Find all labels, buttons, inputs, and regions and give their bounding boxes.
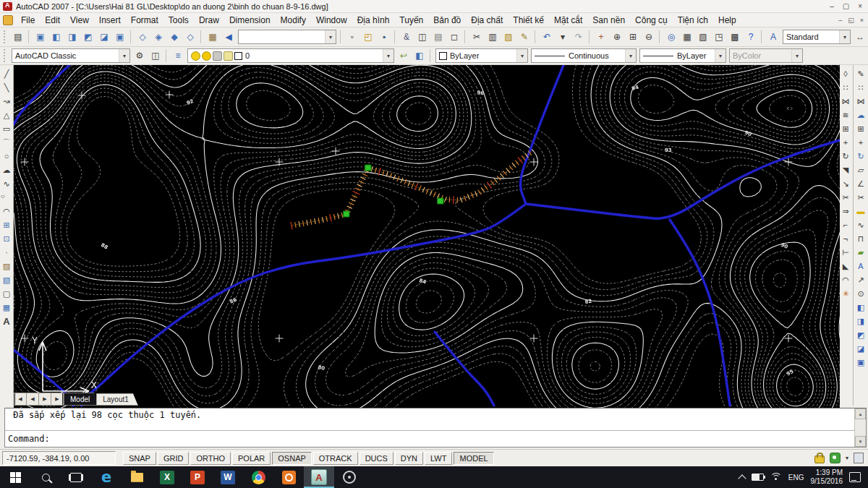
- tab-first-button[interactable]: ◀: [14, 393, 26, 406]
- taskbar-word-button[interactable]: W: [213, 466, 243, 488]
- chevron-down-icon[interactable]: ▾: [325, 30, 336, 43]
- taskbar-search-button[interactable]: [30, 466, 61, 488]
- new-from-template-icon[interactable]: ▤: [10, 30, 26, 44]
- toggle-ducs[interactable]: DUCS: [359, 452, 393, 465]
- chamfer-icon[interactable]: ◣: [840, 260, 852, 273]
- workspace-combo[interactable]: AutoCAD Classic▾: [12, 48, 130, 63]
- box3d-slice-icon[interactable]: ▣: [112, 30, 128, 44]
- mirror-object-icon[interactable]: ⋈: [855, 95, 867, 108]
- taskbar-orange-app-button[interactable]: [273, 466, 304, 488]
- linetype-combo[interactable]: Continuous▾: [531, 48, 637, 63]
- offset-icon[interactable]: ≋: [840, 108, 852, 121]
- line-icon[interactable]: ╱: [1, 67, 13, 80]
- toggle-ortho[interactable]: ORTHO: [190, 452, 231, 465]
- communication-center-icon[interactable]: [830, 453, 841, 463]
- workspace-settings-icon[interactable]: ⚙: [132, 48, 148, 63]
- chevron-down-icon[interactable]: ▾: [839, 30, 850, 43]
- model-viewport[interactable]: [14, 65, 840, 413]
- rectangle-icon[interactable]: ▭: [1, 122, 13, 135]
- menu-item-dimension[interactable]: Dimension: [224, 14, 276, 27]
- lineweight-combo[interactable]: ByLayer▾: [639, 48, 726, 63]
- menu-item-san-nen[interactable]: San nền: [587, 14, 630, 27]
- zoom-window-icon[interactable]: ⊞: [625, 30, 641, 44]
- point-icon[interactable]: ·: [1, 246, 13, 259]
- make-block-icon[interactable]: ⊡: [1, 232, 13, 245]
- chevron-down-icon[interactable]: ▾: [715, 49, 726, 62]
- ellipse-icon[interactable]: ○: [1, 193, 13, 202]
- level-icon[interactable]: ▬: [855, 205, 867, 218]
- mirror-icon[interactable]: ⋈: [840, 95, 852, 108]
- copy-clip-icon[interactable]: ▥: [485, 30, 501, 44]
- draw-order-front-icon[interactable]: ◧: [855, 301, 867, 314]
- menu-item-thiet-ke[interactable]: Thiết kế: [508, 14, 549, 27]
- zoom-realtime-icon[interactable]: ⊕: [609, 30, 625, 44]
- image-icon[interactable]: ▦: [205, 30, 221, 44]
- menu-item-modify[interactable]: Modify: [276, 14, 311, 27]
- spline-icon[interactable]: ∿: [1, 177, 13, 190]
- view-se-icon[interactable]: ◈: [150, 30, 166, 44]
- make-layer-current-icon[interactable]: ↩: [396, 48, 412, 63]
- box3d-subtract-icon[interactable]: ◧: [48, 30, 64, 44]
- taskbar-taskview-button[interactable]: [61, 466, 91, 488]
- status-menu-caret-icon[interactable]: ▾: [846, 455, 848, 461]
- draw-order-back-icon[interactable]: ◨: [855, 314, 867, 328]
- explode-icon[interactable]: ✳: [840, 287, 852, 300]
- plot-icon[interactable]: ▤: [430, 30, 446, 44]
- menu-item-ban-do[interactable]: Bản đồ: [428, 14, 466, 27]
- gradient-icon[interactable]: ▧: [1, 273, 13, 286]
- toggle-snap[interactable]: SNAP: [123, 452, 156, 465]
- menu-item-file[interactable]: File: [16, 14, 40, 27]
- cut-icon[interactable]: ✂: [469, 30, 485, 44]
- battery-icon[interactable]: [752, 474, 764, 481]
- menu-item-cong-cu[interactable]: Công cụ: [630, 14, 673, 27]
- language-indicator[interactable]: ENG: [788, 474, 804, 481]
- menu-item-mat-cat[interactable]: Mặt cắt: [549, 14, 587, 27]
- menu-item-tools[interactable]: Tools: [163, 14, 194, 27]
- tab-last-button[interactable]: ▶: [51, 393, 64, 406]
- sketch-icon[interactable]: ✎: [855, 67, 867, 80]
- publish-icon[interactable]: ◫: [414, 30, 430, 44]
- arc-icon[interactable]: ⌒: [1, 136, 13, 149]
- chevron-down-icon[interactable]: ▾: [625, 49, 636, 62]
- box3d-union-icon[interactable]: ▣: [33, 30, 48, 44]
- tab-layout1[interactable]: Layout1: [96, 393, 138, 406]
- save-workspace-icon[interactable]: ◫: [148, 48, 163, 63]
- copy-icon[interactable]: ∷: [840, 81, 852, 94]
- ellipse-arc-icon[interactable]: ◠: [1, 205, 13, 218]
- toolbar-grip[interactable]: [4, 30, 8, 43]
- move-object-icon[interactable]: +: [855, 136, 867, 149]
- taskbar-media-button[interactable]: [334, 466, 365, 488]
- extend-icon[interactable]: ⇒: [840, 205, 852, 218]
- tab-prev-button[interactable]: ◀: [26, 393, 38, 406]
- maximize-button[interactable]: ▢: [843, 2, 849, 11]
- wifi-icon[interactable]: [770, 473, 782, 481]
- drawing-area[interactable]: Y X ◀◀▶▶ Model Layout1: [14, 65, 838, 406]
- orbit-icon[interactable]: ↻: [855, 150, 867, 163]
- coordinates-readout[interactable]: -7120.59, -384.19, 0.00: [2, 451, 116, 465]
- taskbar-edge-button[interactable]: e: [91, 466, 122, 488]
- mtext-icon[interactable]: A: [1, 314, 13, 328]
- taskbar-autocad-button[interactable]: A: [304, 466, 334, 488]
- undo-icon[interactable]: ↶: [539, 30, 555, 44]
- toggle-grid[interactable]: GRID: [158, 452, 190, 465]
- chevron-down-icon[interactable]: ▾: [791, 49, 802, 62]
- copy-object-icon[interactable]: ∷: [855, 81, 867, 94]
- view-nw-icon[interactable]: ◇: [182, 30, 198, 44]
- layer-unlock-icon[interactable]: [213, 51, 222, 61]
- erase-icon[interactable]: ◊: [840, 67, 852, 80]
- toggle-osnap[interactable]: OSNAP: [272, 452, 312, 465]
- chevron-down-icon[interactable]: ▾: [119, 49, 129, 62]
- doc-close-icon[interactable]: ×: [860, 17, 864, 24]
- dim-style-icon[interactable]: ↔: [852, 30, 868, 44]
- box3d-solid-icon[interactable]: ◪: [96, 30, 112, 44]
- find-icon[interactable]: ◎: [663, 30, 679, 44]
- tab-next-button[interactable]: ▶: [38, 393, 51, 406]
- move-icon[interactable]: +: [840, 136, 852, 149]
- back-view-icon[interactable]: ◀: [221, 30, 237, 44]
- layer-combo[interactable]: 0▾: [187, 48, 394, 63]
- break-at-point-icon[interactable]: ⌐: [840, 218, 852, 231]
- menu-item-help[interactable]: Help: [713, 14, 741, 27]
- surface-icon[interactable]: ▰: [855, 246, 867, 259]
- match-properties-icon[interactable]: ✎: [516, 30, 532, 44]
- text-style-icon[interactable]: A: [765, 30, 781, 44]
